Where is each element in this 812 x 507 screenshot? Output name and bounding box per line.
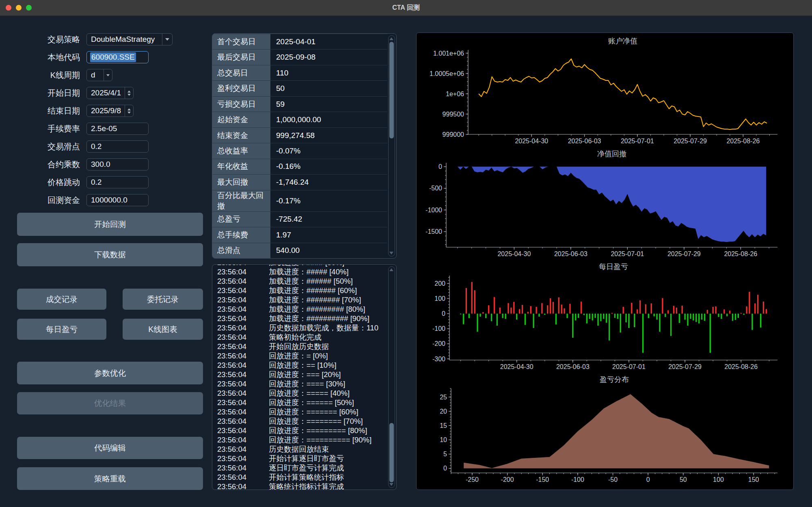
combo-arrow-button[interactable] bbox=[162, 34, 172, 45]
svg-text:-100: -100 bbox=[571, 476, 584, 483]
strategy-reload-button[interactable]: 策略重载 bbox=[17, 467, 203, 490]
slippage-label: 交易滑点 bbox=[18, 141, 80, 152]
table-row: 百分比最大回撤 -0.17% bbox=[212, 190, 387, 211]
log-message: 回放进度：======= [60%] bbox=[269, 408, 358, 416]
svg-text:5: 5 bbox=[443, 451, 447, 457]
scroll-down-icon[interactable] bbox=[389, 483, 393, 486]
log-message: 回放进度：===== [40%] bbox=[269, 389, 350, 397]
chevron-down-icon bbox=[106, 74, 110, 76]
multiplier-input[interactable]: 300.0 bbox=[86, 158, 149, 170]
rate-input[interactable]: 2.5e-05 bbox=[86, 123, 149, 135]
stat-value: -0.07% bbox=[270, 143, 387, 158]
scrollbar-thumb[interactable] bbox=[389, 42, 394, 138]
svg-text:0: 0 bbox=[442, 310, 445, 317]
log-message: 历史数据回放结束 bbox=[269, 445, 329, 453]
log-time: 23:56:04 bbox=[217, 398, 253, 407]
stat-label: 总收益率 bbox=[212, 143, 270, 158]
svg-text:-50: -50 bbox=[608, 476, 618, 483]
table-row: 结束资金 999,274.58 bbox=[212, 127, 387, 143]
equity-chart-svg: 1.001e+061.0005e+061e+069995009990002025… bbox=[420, 47, 790, 147]
date-spin-buttons[interactable] bbox=[125, 87, 133, 99]
trade-records-button[interactable]: 成交记录 bbox=[17, 289, 106, 310]
chart-title: 每日盈亏 bbox=[449, 261, 777, 272]
stat-value: 50 bbox=[270, 81, 387, 96]
svg-text:0: 0 bbox=[443, 465, 447, 472]
log-scrollbar[interactable] bbox=[388, 266, 395, 488]
scroll-up-icon[interactable] bbox=[389, 268, 393, 271]
svg-text:150: 150 bbox=[748, 476, 759, 483]
log-line: 23:56:04 回放进度：===== [40%] bbox=[217, 388, 385, 398]
log-time: 23:56:04 bbox=[217, 267, 253, 276]
scrollbar-thumb[interactable] bbox=[389, 423, 394, 482]
stat-value: 1,000,000.00 bbox=[270, 112, 387, 127]
svg-text:2025-08-26: 2025-08-26 bbox=[724, 363, 758, 370]
start-date-value: 2025/4/1 bbox=[87, 88, 121, 97]
log-line: 23:56:04 加载进度：###### [50%] bbox=[217, 276, 385, 286]
log-time: 23:56:04 bbox=[217, 314, 253, 323]
capital-value: 1000000.0 bbox=[87, 196, 127, 205]
strategy-label: 交易策略 bbox=[18, 34, 80, 45]
start-backtest-button[interactable]: 开始回测 bbox=[17, 213, 203, 236]
spin-up-icon bbox=[127, 108, 131, 110]
scroll-up-icon[interactable] bbox=[389, 37, 393, 40]
log-message: 回放进度：====== [50%] bbox=[269, 398, 354, 407]
svg-text:0: 0 bbox=[438, 163, 442, 170]
log-message: 回放进度：========= [80%] bbox=[269, 426, 367, 435]
log-line: 23:56:04 加载进度：#### [30%] bbox=[217, 264, 385, 267]
stat-value: 110 bbox=[270, 65, 387, 80]
table-row: 年化收益 -0.16% bbox=[212, 159, 387, 174]
log-line: 23:56:04 回放进度：======== [70%] bbox=[217, 416, 385, 426]
log-message: 开始计算逐日盯市盈亏 bbox=[269, 454, 344, 463]
log-line: 23:56:04 策略统计指标计算完成 bbox=[217, 482, 385, 490]
kline-chart-button[interactable]: K线图表 bbox=[123, 319, 203, 340]
capital-input[interactable]: 1000000.0 bbox=[86, 194, 149, 206]
svg-text:1.0005e+06: 1.0005e+06 bbox=[430, 70, 464, 77]
strategy-combo[interactable]: DoubleMaStrategy bbox=[86, 33, 173, 45]
log-line: 23:56:04 历史数据回放结束 bbox=[217, 444, 385, 454]
interval-combo[interactable]: d bbox=[86, 69, 112, 81]
table-row: 盈利交易日 50 bbox=[212, 80, 387, 96]
svg-text:100: 100 bbox=[713, 476, 724, 483]
stats-scrollbar[interactable] bbox=[388, 35, 395, 257]
svg-text:2025-07-29: 2025-07-29 bbox=[674, 138, 707, 145]
code-edit-button[interactable]: 代码编辑 bbox=[17, 437, 203, 459]
svg-text:2025-06-03: 2025-06-03 bbox=[556, 363, 590, 370]
log-time: 23:56:04 bbox=[217, 370, 253, 379]
table-row: 总交易日 110 bbox=[212, 65, 387, 80]
svg-text:-1000: -1000 bbox=[425, 207, 442, 214]
param-optimize-button[interactable]: 参数优化 bbox=[17, 362, 203, 384]
svg-text:200: 200 bbox=[434, 280, 445, 287]
scroll-down-icon[interactable] bbox=[389, 252, 393, 255]
stat-value: -0.16% bbox=[270, 159, 387, 174]
log-message: 加载进度：##### [40%] bbox=[269, 268, 348, 276]
strategy-combo-value: DoubleMaStrategy bbox=[87, 35, 155, 44]
daily-pnl-button[interactable]: 每日盈亏 bbox=[17, 319, 106, 340]
svg-text:25: 25 bbox=[440, 394, 447, 401]
stat-label: 起始资金 bbox=[212, 112, 270, 127]
log-time: 23:56:04 bbox=[217, 454, 253, 463]
start-date-spinner[interactable]: 2025/4/1 bbox=[86, 87, 134, 99]
symbol-input[interactable]: 600900.SSE bbox=[86, 51, 149, 63]
download-data-button[interactable]: 下载数据 bbox=[17, 243, 203, 266]
log-line: 23:56:04 加载进度：######### [80%] bbox=[217, 304, 385, 314]
spin-up-icon bbox=[127, 91, 131, 93]
optimize-result-button[interactable]: 优化结果 bbox=[17, 392, 203, 414]
multiplier-value: 300.0 bbox=[87, 160, 110, 169]
slippage-input[interactable]: 0.2 bbox=[86, 140, 149, 153]
pricetick-input[interactable]: 0.2 bbox=[86, 176, 149, 188]
stat-value: 2025-04-01 bbox=[270, 34, 387, 49]
title-bar: CTA 回测 bbox=[0, 0, 812, 16]
svg-text:2025-07-01: 2025-07-01 bbox=[611, 250, 644, 257]
svg-text:2025-08-26: 2025-08-26 bbox=[724, 250, 757, 257]
svg-text:1.001e+06: 1.001e+06 bbox=[433, 50, 464, 57]
multiplier-label: 合约乘数 bbox=[18, 159, 80, 170]
stat-label: 总手续费 bbox=[212, 227, 270, 242]
table-row: 总盈亏 -725.42 bbox=[212, 211, 387, 227]
date-spin-buttons[interactable] bbox=[125, 105, 133, 117]
log-message: 加载进度：######## [70%] bbox=[269, 296, 361, 304]
order-records-button[interactable]: 委托记录 bbox=[123, 289, 203, 310]
end-date-spinner[interactable]: 2025/9/8 bbox=[86, 105, 134, 117]
svg-text:2025-06-03: 2025-06-03 bbox=[554, 250, 587, 257]
combo-arrow-button[interactable] bbox=[104, 69, 112, 81]
stat-value: 1.97 bbox=[270, 227, 387, 242]
